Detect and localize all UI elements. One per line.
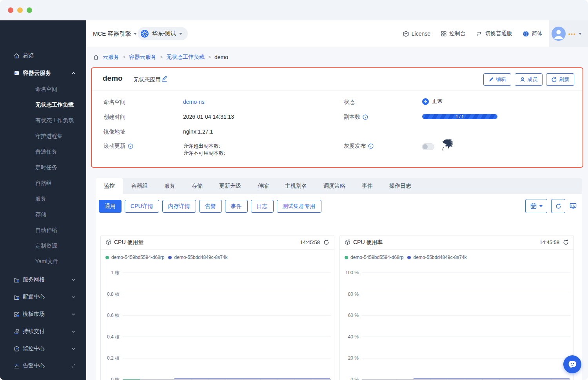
tab-7[interactable]: 调度策略 [315, 178, 354, 194]
header-nav-1[interactable]: 控制台 [441, 30, 466, 37]
tab-2[interactable]: 服务 [156, 178, 183, 194]
breadcrumb-item-2[interactable]: 无状态工作负载 [166, 54, 205, 61]
svg-text:100 %: 100 % [345, 270, 359, 275]
replicas-progress-bar[interactable]: 1 / 1 [422, 114, 497, 119]
edit-pencil-icon [488, 77, 494, 82]
template-icon [13, 311, 20, 318]
svg-text:0.6 核: 0.6 核 [107, 313, 120, 318]
cube-icon [105, 239, 111, 245]
tab-9[interactable]: 操作日志 [381, 178, 419, 194]
sidebar-subitem-8[interactable]: 存储 [0, 209, 86, 220]
cpu-usage-plot: 1 核0.8 核0.6 核0.4 核0.2 核0 核14:3414:3514:3… [101, 264, 335, 380]
svg-text:80 %: 80 % [348, 291, 359, 297]
breadcrumb: 云服务>容器云服务>无状态工作负载>demo [93, 52, 228, 62]
tab-4[interactable]: 更新升级 [211, 178, 249, 194]
sidebar-subitem-0[interactable]: 命名空间 [0, 84, 86, 95]
cluster-selector[interactable]: 华东-测试 [138, 27, 188, 40]
filter-4[interactable]: 事件 [225, 200, 248, 213]
chevron-down-icon [71, 295, 76, 300]
tab-6[interactable]: 主机别名 [277, 178, 315, 194]
status-arrow-icon [422, 98, 429, 105]
sidebar-subitem-10[interactable]: 定制资源 [0, 241, 86, 252]
header-nav-0[interactable]: License [403, 31, 430, 37]
sidebar-item-4[interactable]: 监控中心 [0, 343, 86, 354]
sidebar-subitem-7[interactable]: 服务 [0, 194, 86, 204]
filter-2[interactable]: 内存详情 [162, 200, 196, 213]
image-value: nginx:1.27.1 [183, 128, 213, 135]
refresh-button[interactable]: 刷新 [546, 73, 574, 86]
home-icon[interactable] [93, 54, 99, 60]
chart-timestamp: 14:45:58 [300, 239, 320, 245]
info-icon[interactable] [128, 143, 133, 149]
namespace-link[interactable]: demo-ns [183, 99, 204, 105]
breadcrumb-item-3: demo [214, 54, 228, 60]
chevron-down-icon [71, 329, 76, 334]
breadcrumb-item-0[interactable]: 云服务 [103, 54, 119, 61]
filter-3[interactable]: 告警 [199, 200, 222, 213]
info-icon[interactable] [368, 143, 374, 149]
cube-icon [345, 239, 350, 245]
avatar [552, 27, 566, 41]
tab-8[interactable]: 事件 [354, 178, 381, 194]
edit-name-icon[interactable] [161, 76, 168, 83]
product-switcher[interactable]: MCE 容器引擎 [93, 20, 137, 47]
sidebar-item-2[interactable]: 模板市场 [0, 309, 86, 320]
sidebar-subitem-1[interactable]: 无状态工作负载 [0, 100, 86, 110]
sidebar-subitem-6[interactable]: 容器组 [0, 178, 86, 189]
globe-icon [523, 31, 529, 37]
legend-item[interactable]: demo-5459bd5594-d68rp [345, 255, 403, 260]
sidebar-item-1[interactable]: 配置中心 [0, 291, 86, 302]
gray-release-toggle[interactable] [422, 143, 434, 150]
refresh-charts-button[interactable] [551, 199, 565, 213]
filter-1[interactable]: CPU详情 [125, 200, 159, 213]
filter-0[interactable]: 通用 [99, 200, 122, 213]
tab-5[interactable]: 伸缩 [249, 178, 277, 194]
main-content: 云服务>容器云服务>无状态工作负载>demo demo 无状态应用 编辑成员刷新… [86, 47, 588, 380]
header-right-nav: License控制台切换普通版简体 [403, 20, 543, 47]
legend-item[interactable]: demo-5459bd5594-d68rp [105, 255, 164, 260]
sidebar-subitem-5[interactable]: 定时任务 [0, 162, 86, 173]
chart-title: CPU 使用率 [345, 239, 383, 246]
sidebar-item-0[interactable]: 服务网格 [0, 274, 86, 285]
sidebar-subitem-4[interactable]: 普通任务 [0, 147, 86, 157]
svg-text:1 核: 1 核 [111, 270, 120, 275]
sidebar-section-container-cloud[interactable]: 容器云服务 [0, 67, 86, 78]
chart-refresh-icon[interactable] [323, 239, 329, 245]
chart-legend: demo-5459bd5594-d68rpdemo-55bdd4849c-8s7… [345, 255, 467, 260]
member-button[interactable]: 成员 [515, 73, 543, 86]
fullscreen-dashboard-icon[interactable] [569, 202, 577, 210]
header-nav-2[interactable]: 切换普通版 [476, 30, 512, 37]
edit-button[interactable]: 编辑 [483, 73, 511, 86]
sidebar-subitem-9[interactable]: 自动伸缩 [0, 225, 86, 236]
breadcrumb-item-1[interactable]: 容器云服务 [129, 54, 156, 61]
user-menu[interactable]: ••• [549, 20, 588, 47]
chevron-down-icon [71, 312, 76, 317]
close-traffic-light[interactable] [8, 7, 13, 13]
sidebar-subitem-11[interactable]: Yaml文件 [0, 256, 86, 267]
chart-refresh-icon[interactable] [563, 239, 569, 245]
legend-item[interactable]: demo-55bdd4849c-8s74k [168, 255, 227, 260]
cpu-usage-chart-card: CPU 使用量 14:45:58 demo-5459bd5594-d68rpde… [100, 235, 334, 380]
date-range-button[interactable] [525, 199, 547, 213]
filter-5[interactable]: 日志 [251, 200, 274, 213]
sidebar-item-overview[interactable]: 总览 [0, 50, 86, 61]
filter-right-controls [525, 199, 577, 213]
chevron-down-icon [134, 33, 137, 35]
sidebar-subitem-2[interactable]: 有状态工作负载 [0, 115, 86, 126]
info-icon[interactable] [363, 114, 368, 120]
status-label: 状态 [344, 99, 355, 106]
maximize-traffic-light[interactable] [27, 7, 32, 13]
sidebar-item-5[interactable]: 告警中心 [0, 360, 86, 371]
legend-item[interactable]: demo-55bdd4849c-8s74k [407, 255, 466, 260]
help-chat-button[interactable] [563, 355, 581, 373]
tab-0[interactable]: 监控 [96, 178, 123, 194]
filter-6[interactable]: 测试集群专用 [277, 200, 321, 213]
tab-3[interactable]: 存储 [183, 178, 211, 194]
minimize-traffic-light[interactable] [17, 7, 23, 13]
sidebar-subitem-3[interactable]: 守护进程集 [0, 131, 86, 142]
header-nav-3[interactable]: 简体 [523, 30, 543, 37]
sidebar-item-3[interactable]: 持续交付 [0, 326, 86, 337]
sidebar: 总览容器云服务命名空间无状态工作负载有状态工作负载守护进程集普通任务定时任务容器… [0, 20, 86, 380]
switch-arrows-icon [476, 31, 483, 37]
tab-1[interactable]: 容器组 [123, 178, 156, 194]
